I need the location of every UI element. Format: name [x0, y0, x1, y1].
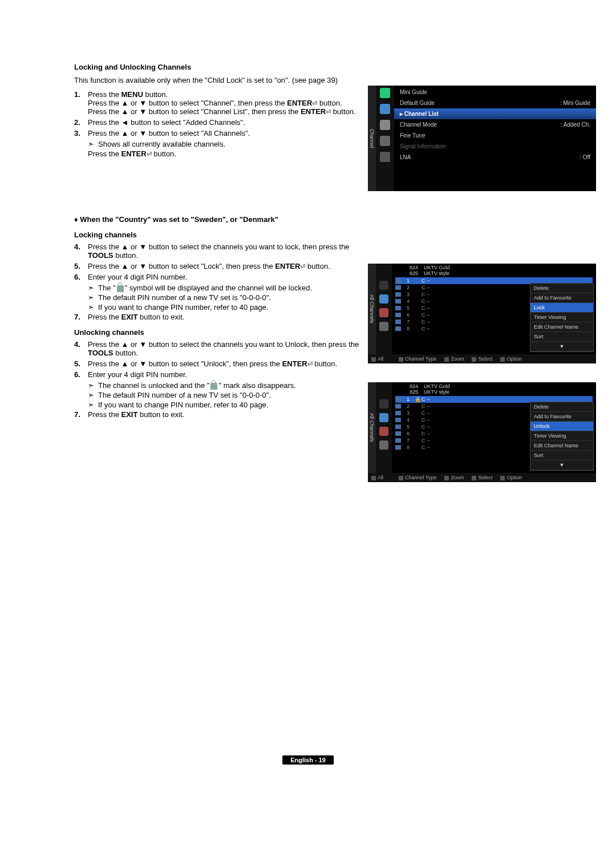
enter-icon	[147, 149, 152, 158]
list-icon	[379, 399, 388, 409]
locking-heading: Locking channels	[74, 231, 548, 239]
tv-menu-side-label: Channel	[368, 86, 376, 191]
section-title: Locking and Unlocking Channels	[74, 63, 548, 71]
list-icon	[379, 281, 388, 290]
context-menu-item: ▼	[530, 460, 593, 470]
channel-list-unlock-screenshot: All Channels 824UKTV Gold825UKTV style 1…	[368, 382, 596, 482]
context-menu-item: Edit Channel Name	[530, 441, 593, 451]
context-menu-item: ▼	[530, 342, 593, 351]
step-text: Press the MENU button. Press the ▲ or ▼ …	[88, 90, 362, 116]
list-icon	[379, 294, 388, 304]
menu-icon	[380, 88, 390, 98]
context-menu-item: Add to Favourite	[530, 293, 593, 303]
tv-menu-item: ▸ Channel List	[394, 108, 596, 119]
context-menu: DeleteAdd to FavouriteUnlockTimer Viewin…	[530, 402, 594, 471]
context-menu-item: Sort	[530, 451, 593, 460]
tv-menu-item: Signal Information	[394, 141, 596, 152]
step-text: Press the ▲ or ▼ button to select "All C…	[88, 129, 362, 138]
step-text: Press the ENTER button.	[88, 149, 362, 158]
lock-icon	[117, 285, 124, 292]
tv-menu-item: Default Guide: Mini Guide	[394, 98, 596, 108]
channel-list-footer: All Channel Type Zoom Select Option	[368, 354, 596, 363]
context-menu-item: Edit Channel Name	[530, 322, 593, 332]
step-number: 2.	[74, 118, 88, 127]
enter-icon	[307, 359, 313, 368]
context-menu-item: Add to Favourite	[530, 412, 593, 422]
intro-text: This function is available only when the…	[74, 76, 548, 84]
context-menu-item: Timer Viewing	[530, 431, 593, 441]
menu-icon	[380, 104, 390, 114]
menu-icon	[380, 136, 390, 146]
list-icon	[379, 322, 388, 331]
menu-icon	[380, 152, 390, 162]
lock-icon	[210, 383, 217, 390]
tv-menu-screenshot: Channel Mini GuideDefault Guide: Mini Gu…	[368, 86, 596, 191]
step-number: 3.	[74, 129, 88, 138]
channel-list-lock-screenshot: All Channels 824UKTV Gold825UKTV style 1…	[368, 264, 596, 363]
arrow-icon: ➣	[88, 140, 98, 148]
context-menu-item: Sort	[530, 332, 593, 342]
context-menu-item: Delete	[530, 402, 593, 412]
context-menu-item: Lock	[530, 303, 593, 313]
menu-icon	[380, 120, 390, 130]
context-menu-item: Timer Viewing	[530, 313, 593, 322]
country-note: ♦ When the "Country" was set to "Sweden"…	[74, 215, 548, 224]
context-menu: DeleteAdd to FavouriteLockTimer ViewingE…	[530, 283, 594, 352]
page-footer: English - 19	[282, 755, 334, 765]
tv-menu-item: LNA: Off	[394, 152, 596, 163]
context-menu-item: Delete	[530, 284, 593, 293]
step-text: Press the ◄ button to select "Added Chan…	[88, 118, 362, 127]
list-icon	[379, 308, 388, 317]
channel-list-footer: All Channel Type Zoom Select Option	[368, 473, 596, 482]
step-number: 1.	[74, 90, 88, 116]
enter-icon	[326, 107, 331, 116]
context-menu-item: Unlock	[530, 422, 593, 431]
list-icon	[379, 440, 388, 450]
list-icon	[379, 413, 388, 422]
tv-menu-item: Mini Guide	[394, 87, 596, 98]
tv-menu-item: Fine Tune	[394, 130, 596, 141]
tv-menu-icons	[376, 86, 394, 191]
list-icon	[379, 427, 388, 436]
tv-menu-item: Channel Mode: Added Ch.	[394, 119, 596, 130]
